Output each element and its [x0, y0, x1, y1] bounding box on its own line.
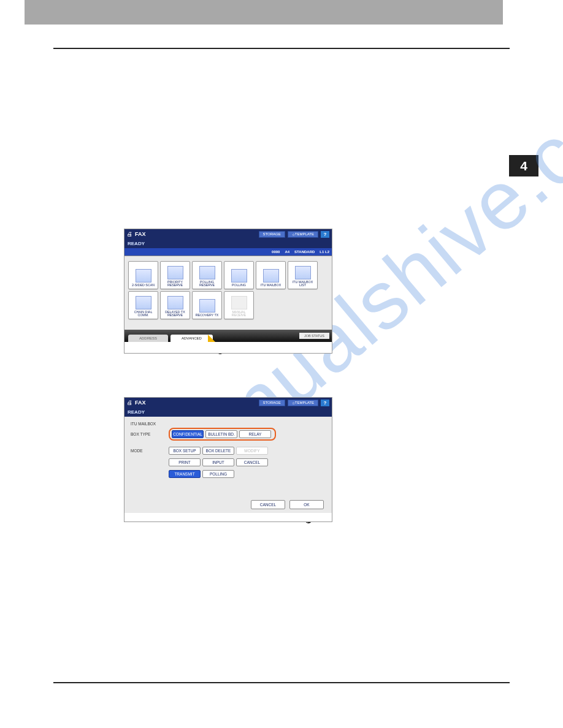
- label: 2-SIDED SCAN: [132, 284, 155, 287]
- label: ITU MAILBOX LIST: [289, 281, 316, 287]
- ok-cancel-row: CANCEL OK: [251, 500, 326, 509]
- btn-box-setup[interactable]: BOX SETUP: [169, 447, 201, 455]
- label: POLLING RESERVE: [193, 281, 221, 287]
- rule-top: [53, 48, 510, 49]
- btn-recovery-tx[interactable]: RECOVERY TX: [192, 291, 222, 319]
- row-boxtype: BOX TYPE CONFIDENTIAL BULLETIN BD. RELAY: [131, 428, 326, 441]
- btn-polling[interactable]: POLLING: [224, 261, 254, 289]
- status-bar: READY: [124, 239, 332, 248]
- job-status-button[interactable]: JOB STATUS: [299, 333, 329, 339]
- btn-delayed-tx[interactable]: DELAYED TX RESERVE: [160, 291, 190, 319]
- row-mode-2: PRINT INPUT CANCEL: [131, 458, 326, 466]
- tab-address[interactable]: ADDRESS: [128, 335, 168, 342]
- btn-confidential[interactable]: CONFIDENTIAL: [172, 430, 204, 438]
- storage-button[interactable]: STORAGE: [259, 231, 285, 238]
- help-button[interactable]: ?: [321, 400, 329, 406]
- panel-body: 2-SIDED SCAN PRIORITY RESERVE POLLING RE…: [124, 256, 332, 342]
- template-label: TEMPLATE: [295, 401, 314, 404]
- btn-print[interactable]: PRINT: [169, 458, 201, 466]
- status-bar: READY: [124, 408, 332, 417]
- label: PRIORITY RESERVE: [161, 281, 189, 287]
- help-button[interactable]: ?: [321, 231, 329, 238]
- mode-label: MODE: [131, 449, 169, 453]
- title: FAX: [135, 400, 146, 406]
- panel-body: ITU MAILBOX BOX TYPE CONFIDENTIAL BULLET…: [124, 417, 332, 513]
- tabstrip: ADDRESS ADVANCED JOB STATUS: [124, 330, 332, 342]
- btn-relay[interactable]: RELAY: [239, 430, 271, 438]
- fax-icon: 🖨: [127, 400, 132, 406]
- row-mode-3: TRANSMIT POLLING: [131, 470, 326, 478]
- row-mode-1: MODE BOX SETUP BOX DELETE MODIFY: [131, 447, 326, 455]
- btn-itu-mailbox-list[interactable]: ITU MAILBOX LIST: [288, 261, 318, 289]
- label: RECOVERY TX: [196, 314, 219, 317]
- info-size: A4: [285, 250, 289, 254]
- btn-chain-dial[interactable]: CHAIN DIAL COMM.: [128, 291, 158, 319]
- btn-polling[interactable]: POLLING: [202, 470, 234, 478]
- boxtype-label: BOX TYPE: [131, 432, 169, 436]
- info-line: L1 L2: [320, 250, 329, 254]
- header-bar: [25, 0, 503, 25]
- chapter-tab: 4: [509, 155, 538, 176]
- titlebar: 🖨 FAX STORAGE ☆ TEMPLATE ?: [124, 398, 332, 408]
- btn-cancel-mode[interactable]: CANCEL: [236, 458, 268, 466]
- info-bar: 0000 A4 STANDARD L1 L2: [124, 248, 332, 256]
- title: FAX: [135, 231, 146, 237]
- template-button[interactable]: ☆ TEMPLATE: [288, 231, 318, 238]
- label: POLLING: [232, 284, 246, 287]
- boxtype-highlight: CONFIDENTIAL BULLETIN BD. RELAY: [169, 428, 276, 441]
- label: DELAYED TX RESERVE: [161, 311, 189, 317]
- label: ITU MAILBOX: [261, 284, 282, 287]
- screenshot-advanced: 🖨 FAX STORAGE ☆ TEMPLATE ? READY 0000 A4…: [124, 229, 332, 354]
- titlebar: 🖨 FAX STORAGE ☆ TEMPLATE ?: [124, 229, 332, 239]
- btn-itu-mailbox[interactable]: ITU MAILBOX: [256, 261, 286, 289]
- template-button[interactable]: ☆ TEMPLATE: [288, 400, 318, 406]
- icon-grid: 2-SIDED SCAN PRIORITY RESERVE POLLING RE…: [128, 261, 328, 319]
- storage-button[interactable]: STORAGE: [259, 400, 285, 406]
- btn-input[interactable]: INPUT: [202, 458, 234, 466]
- label: MANUAL RECEIVE: [225, 311, 253, 317]
- fax-icon: 🖨: [127, 231, 132, 237]
- btn-priority-reserve[interactable]: PRIORITY RESERVE: [160, 261, 190, 289]
- btn-transmit[interactable]: TRANSMIT: [169, 470, 201, 478]
- template-label: TEMPLATE: [295, 232, 314, 236]
- btn-bulletin[interactable]: BULLETIN BD.: [205, 430, 237, 438]
- btn-manual-receive[interactable]: MANUAL RECEIVE: [224, 291, 254, 319]
- info-code: 0000: [272, 250, 280, 254]
- screenshot-itu-mailbox: 🖨 FAX STORAGE ☆ TEMPLATE ? READY ITU MAI…: [124, 397, 332, 522]
- btn-2sided-scan[interactable]: 2-SIDED SCAN: [128, 261, 158, 289]
- info-res: STANDARD: [294, 250, 315, 254]
- rule-bottom: [53, 682, 510, 683]
- btn-modify[interactable]: MODIFY: [236, 447, 268, 455]
- section-title: ITU MAILBOX: [131, 422, 326, 426]
- btn-polling-reserve[interactable]: POLLING RESERVE: [192, 261, 222, 289]
- dialog-cancel-button[interactable]: CANCEL: [251, 500, 285, 509]
- dialog-ok-button[interactable]: OK: [289, 500, 324, 509]
- label: CHAIN DIAL COMM.: [129, 311, 157, 317]
- btn-box-delete[interactable]: BOX DELETE: [202, 447, 234, 455]
- tab-advanced[interactable]: ADVANCED: [170, 335, 213, 342]
